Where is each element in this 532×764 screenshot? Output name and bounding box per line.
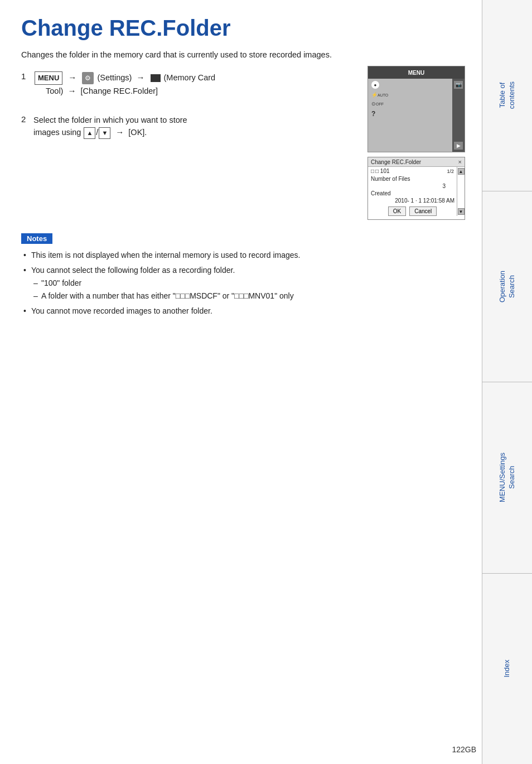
- dialog-buttons: OK Cancel: [368, 206, 457, 216]
- dialog-folder-icon: □: [371, 168, 374, 174]
- steps-left: 1 MENU → ⚙ (Settings) → (Memory Card Too…: [21, 71, 356, 220]
- dialog-scrollbar[interactable]: ▲ ▼: [457, 167, 465, 216]
- arrow-2: →: [136, 73, 144, 82]
- dialog-created-label: Created: [371, 190, 391, 196]
- sidebar-menu-label: MENU/SettingsSearch: [498, 448, 517, 507]
- notes-item-3: You cannot move recorded images to anoth…: [21, 305, 465, 317]
- notes-item-2: You cannot select the following folder a…: [21, 265, 465, 302]
- sidebar-section-menu[interactable]: MENU/SettingsSearch: [482, 382, 532, 574]
- arrow-3: →: [67, 86, 76, 95]
- step-2-num: 2: [21, 114, 30, 124]
- dialog-main: □ □ 101 1/2 Number of Files 3 Created: [368, 167, 457, 216]
- dialog-files-label: Number of Files: [371, 176, 410, 182]
- main-content: Change REC.Folder Changes the folder in …: [0, 0, 482, 764]
- nav-up-badge: ▲: [84, 127, 95, 139]
- step-1-line: 1 MENU → ⚙ (Settings) → (Memory Card Too…: [21, 71, 356, 98]
- cam-icon-circle-row: ●: [371, 81, 448, 89]
- cam-icon-circle: ●: [371, 81, 379, 89]
- sidebar-section-toc[interactable]: Table ofcontents: [482, 0, 532, 191]
- settings-label: (Settings): [97, 73, 132, 82]
- steps-area: 1 MENU → ⚙ (Settings) → (Memory Card Too…: [21, 71, 465, 220]
- step-2: 2 Select the folder in which you want to…: [21, 114, 356, 140]
- step-1-num: 1: [21, 71, 30, 81]
- dialog-box: Change REC.Folder × □ □ 101 1/2 Number o…: [367, 157, 465, 220]
- dialog-created-value-row: 2010- 1 · 1 12:01:58 AM: [368, 197, 457, 204]
- cam-icon-off-row: ⊙OFF: [371, 101, 448, 107]
- dialog-cancel-button[interactable]: Cancel: [409, 206, 437, 216]
- right-sidebar: Table ofcontents OperationSearch MENU/Se…: [482, 0, 532, 764]
- cam-icon-photo: 📷: [454, 81, 463, 89]
- notes-sub-item-1: "100" folder: [31, 277, 465, 289]
- dialog-files-row: Number of Files: [368, 175, 457, 182]
- cam-icon-auto: ⚡AUTO: [371, 92, 388, 98]
- step-2-line: 2 Select the folder in which you want to…: [21, 114, 356, 140]
- cam-right-panel: 📷 ▶: [452, 79, 465, 152]
- sidebar-toc-label: Table ofcontents: [498, 77, 517, 113]
- dialog-title-bar: Change REC.Folder ×: [368, 157, 465, 167]
- cam-icon-play: ▶: [454, 142, 463, 150]
- dialog-title: Change REC.Folder: [371, 159, 421, 165]
- cam-icon-question: ?: [371, 110, 375, 118]
- cam-icon-question-row: ?: [371, 110, 448, 118]
- dialog-folder-num: □ 101: [375, 168, 390, 174]
- notes-badge: Notes: [21, 233, 52, 244]
- cam-body: ● ⚡AUTO ⊙OFF ? 📷 ▶: [368, 79, 465, 152]
- cam-icons-list: ● ⚡AUTO ⊙OFF ?: [371, 81, 461, 118]
- cam-main-screen: MENU ● ⚡AUTO ⊙OFF ?: [367, 66, 465, 152]
- change-rec-label: [Change REC.Folder]: [81, 87, 158, 95]
- settings-icon-badge: ⚙: [82, 72, 94, 84]
- cam-icon-off: ⊙OFF: [371, 101, 384, 107]
- memory-icon-badge: [151, 74, 161, 82]
- scroll-up-btn[interactable]: ▲: [458, 168, 465, 175]
- step-1: 1 MENU → ⚙ (Settings) → (Memory Card Too…: [21, 71, 356, 98]
- dialog-files-value-row: 3: [368, 182, 457, 190]
- arrow-ok: →: [115, 127, 124, 137]
- notes-sub-item-2: A folder with a number that has either "…: [31, 290, 465, 302]
- sidebar-section-operation[interactable]: OperationSearch: [482, 191, 532, 383]
- sidebar-operation-label: OperationSearch: [498, 266, 517, 307]
- dialog-created-label-row: Created: [368, 190, 457, 197]
- dialog-content: □ □ 101 1/2 Number of Files 3 Created: [368, 167, 465, 216]
- notes-list: This item is not displayed when the inte…: [21, 249, 465, 317]
- dialog-pagination: 1/2: [447, 169, 454, 174]
- dialog-files-value: 3: [442, 183, 446, 189]
- notes-section: Notes This item is not displayed when th…: [21, 233, 465, 317]
- cam-icon-auto-row: ⚡AUTO: [371, 92, 448, 98]
- page-title: Change REC.Folder: [21, 16, 465, 40]
- notes-item-1: This item is not displayed when the inte…: [21, 249, 465, 261]
- dialog-created-value: 2010- 1 · 1 12:01:58 AM: [395, 198, 454, 204]
- menu-badge: MENU: [35, 71, 62, 85]
- scroll-down-btn[interactable]: ▼: [458, 208, 465, 215]
- description: Changes the folder in the memory card th…: [21, 50, 465, 59]
- step-2-text: Select the folder in which you want to s…: [33, 114, 187, 140]
- nav-down-badge: ▼: [99, 127, 110, 139]
- dialog-ok-button[interactable]: OK: [388, 206, 406, 216]
- cam-top-bar: MENU: [368, 66, 465, 79]
- camera-screen: MENU ● ⚡AUTO ⊙OFF ?: [367, 66, 465, 220]
- sidebar-index-label: Index: [502, 655, 512, 682]
- page-number: 122GB: [452, 745, 476, 754]
- arrow-1: →: [68, 73, 76, 82]
- tool-label: Tool): [46, 87, 63, 95]
- dialog-folder-row: □ □ 101 1/2: [368, 167, 457, 175]
- memory-card-label: (Memory Card: [164, 73, 216, 82]
- notes-sub-list: "100" folder A folder with a number that…: [31, 277, 465, 302]
- sidebar-section-index[interactable]: Index: [482, 574, 532, 765]
- step-1-text: MENU → ⚙ (Settings) → (Memory Card Tool)…: [33, 71, 215, 98]
- cam-menu-label: MENU: [408, 70, 424, 76]
- dialog-close-icon[interactable]: ×: [458, 158, 462, 165]
